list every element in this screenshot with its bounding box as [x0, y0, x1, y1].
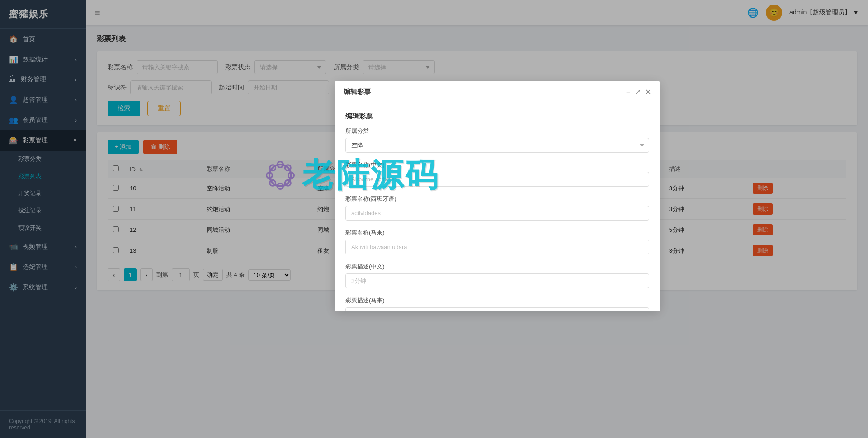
modal-desc-ms-field: 彩票描述(马来)	[345, 297, 649, 311]
modal-body: 编辑彩票 所属分类 空降 彩票名称(中文) 彩票名称(西班牙语) 彩票名称(马来…	[335, 103, 660, 311]
modal-controls: − ⤢ ✕	[626, 88, 651, 96]
modal-desc-ms-input[interactable]	[345, 307, 649, 311]
modal-category-field: 所属分类 空降	[345, 127, 649, 153]
modal-desc-zh-field: 彩票描述(中文)	[345, 263, 649, 288]
modal-close-button[interactable]: ✕	[645, 88, 651, 96]
modal-header: 编辑彩票 − ⤢ ✕	[335, 81, 660, 103]
modal-desc-zh-label: 彩票描述(中文)	[345, 263, 649, 271]
modal-category-select[interactable]: 空降	[345, 138, 649, 153]
modal-name-zh-field: 彩票名称(中文)	[345, 161, 649, 187]
modal-name-ms-input[interactable]	[345, 240, 649, 254]
modal-name-zh-label: 彩票名称(中文)	[345, 161, 649, 169]
modal-name-es-label: 彩票名称(西班牙语)	[345, 195, 649, 203]
modal-desc-ms-label: 彩票描述(马来)	[345, 297, 649, 305]
modal-minimize-button[interactable]: −	[626, 88, 630, 96]
modal-name-ms-label: 彩票名称(马来)	[345, 229, 649, 237]
modal-name-es-input[interactable]	[345, 206, 649, 221]
modal-category-label: 所属分类	[345, 127, 649, 135]
modal-maximize-button[interactable]: ⤢	[635, 88, 641, 96]
modal-name-es-field: 彩票名称(西班牙语)	[345, 195, 649, 221]
modal-name-ms-field: 彩票名称(马来)	[345, 229, 649, 254]
modal-section-title: 编辑彩票	[345, 112, 649, 121]
edit-lottery-modal: 编辑彩票 − ⤢ ✕ 编辑彩票 所属分类 空降 彩票名称(中文) 彩票名称(西班…	[335, 81, 660, 311]
modal-name-zh-input[interactable]	[345, 172, 649, 187]
modal-desc-zh-input[interactable]	[345, 273, 649, 288]
modal-title: 编辑彩票	[344, 88, 371, 96]
